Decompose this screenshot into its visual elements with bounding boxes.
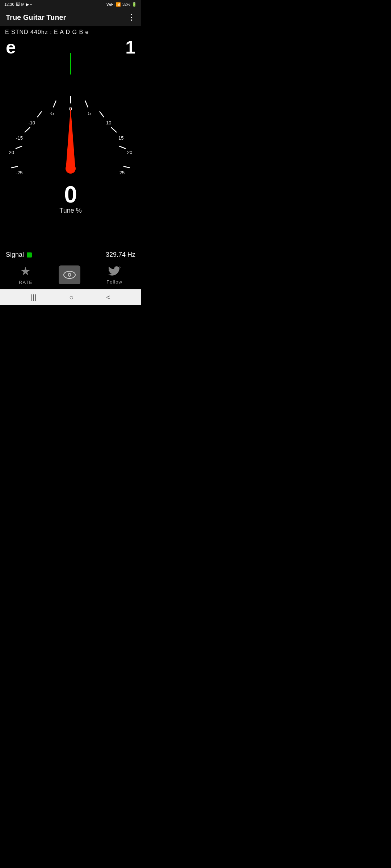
signal-bars-icon: 📶: [116, 2, 121, 7]
battery-icon: 🔋: [132, 2, 137, 7]
video-icon: ▶: [26, 2, 29, 7]
eye-button[interactable]: [59, 265, 80, 284]
menu-button[interactable]: ⋮: [127, 13, 135, 22]
top-bar: True Guitar Tuner ⋮: [0, 9, 141, 26]
notification-dot: •: [30, 2, 32, 7]
star-icon: ★: [20, 264, 31, 278]
svg-line-4: [85, 101, 88, 107]
svg-line-2: [53, 101, 56, 107]
tune-label: Tune %: [59, 207, 81, 214]
wifi-icon: WiFi: [106, 2, 114, 7]
string-number: 1: [125, 38, 135, 56]
mail-icon: M: [21, 2, 25, 7]
back-button[interactable]: <: [106, 293, 110, 302]
twitter-icon: [108, 265, 121, 278]
signal-left: Signal: [6, 251, 32, 259]
system-nav-bar: ||| ○ <: [0, 289, 141, 305]
follow-button[interactable]: Follow: [106, 265, 122, 285]
svg-marker-23: [66, 107, 75, 169]
follow-label: Follow: [106, 279, 122, 285]
frequency-display: 329.74 Hz: [106, 251, 135, 259]
eye-icon: [63, 271, 76, 279]
svg-line-20: [123, 166, 130, 168]
note-letter: e: [6, 38, 16, 56]
time-display: 12:30: [4, 2, 14, 7]
signal-dot: [27, 252, 32, 258]
status-right: WiFi 📶 32% 🔋: [106, 2, 137, 7]
tuner-area: e 1 0 -5 5 -10 10 -15: [0, 37, 141, 248]
svg-text:20: 20: [127, 150, 132, 155]
svg-text:-10: -10: [28, 120, 35, 125]
status-bar: 12:30 🖼 M ▶ • WiFi 📶 32% 🔋: [0, 0, 141, 9]
svg-line-16: [119, 146, 126, 149]
svg-line-6: [37, 111, 42, 117]
rate-label: RATE: [19, 280, 33, 285]
svg-text:-15: -15: [16, 135, 23, 141]
photo-icon: 🖼: [16, 2, 20, 7]
svg-text:-5: -5: [50, 111, 54, 116]
app-title: True Guitar Tuner: [6, 13, 66, 22]
battery-display: 32%: [122, 2, 130, 7]
svg-point-26: [69, 274, 71, 276]
svg-text:10: 10: [106, 120, 111, 125]
gauge-svg: 0 -5 5 -10 10 -15 15 -20 20: [9, 82, 132, 190]
svg-text:25: 25: [119, 170, 125, 175]
svg-text:5: 5: [88, 111, 91, 116]
svg-line-12: [111, 127, 117, 132]
svg-text:-25: -25: [16, 170, 23, 175]
svg-line-14: [16, 146, 22, 149]
signal-area: Signal 329.74 Hz: [0, 248, 141, 261]
home-button[interactable]: ○: [69, 293, 73, 302]
svg-line-8: [100, 111, 104, 117]
gauge-container: 0 -5 5 -10 10 -15 15 -20 20: [9, 82, 132, 190]
bottom-buttons: ★ RATE Follow: [0, 261, 141, 289]
center-indicator: [70, 53, 71, 75]
signal-label: Signal: [6, 251, 24, 259]
rate-button[interactable]: ★ RATE: [19, 264, 33, 285]
svg-text:15: 15: [118, 135, 123, 141]
svg-text:-20: -20: [9, 150, 14, 155]
svg-line-18: [11, 166, 18, 168]
status-left: 12:30 🖼 M ▶ •: [4, 2, 32, 7]
recent-apps-button[interactable]: |||: [31, 293, 37, 302]
tuning-info: E STND 440hz : E A D G B e: [0, 26, 141, 37]
svg-line-10: [25, 127, 30, 132]
